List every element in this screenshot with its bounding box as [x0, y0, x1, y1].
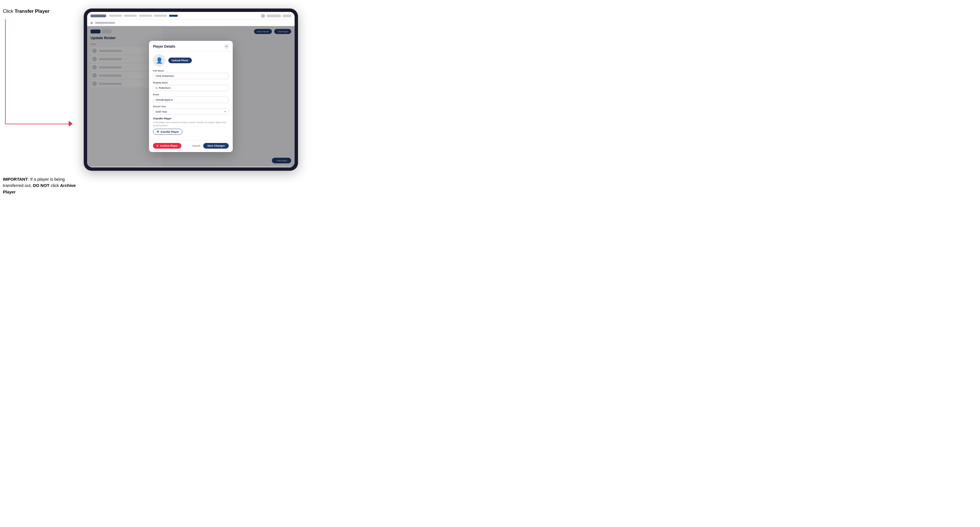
- save-changes-button[interactable]: Save Changes: [203, 143, 229, 149]
- school-year-select[interactable]: First Year Second Year Third Year Fourth…: [153, 109, 229, 115]
- topbar-avatar: [261, 14, 265, 18]
- school-year-group: School Year First Year Second Year Third…: [153, 105, 229, 115]
- transfer-player-button[interactable]: ⟳ Transfer Player: [153, 129, 183, 135]
- modal-body: 👤 Upload Photo Full Name Display Name: [149, 51, 233, 140]
- content-area: Update Roster Team: [87, 26, 294, 167]
- click-bold: Transfer Player: [15, 8, 50, 14]
- tablet-device: Update Roster Team: [84, 8, 298, 171]
- topbar-button1[interactable]: [267, 14, 281, 17]
- display-name-input[interactable]: [153, 85, 229, 91]
- archive-icon: ⊘: [156, 144, 159, 147]
- important-label: IMPORTANT: [3, 177, 28, 181]
- modal-overlay: Player Details × 👤 Upload Photo: [87, 26, 294, 167]
- do-not-text: click: [49, 183, 60, 188]
- nav-item-skillplus[interactable]: [154, 15, 167, 17]
- cancel-button[interactable]: Cancel: [189, 143, 202, 149]
- modal-header: Player Details ×: [149, 41, 233, 51]
- school-year-label: School Year: [153, 105, 229, 108]
- nav-item-schedule[interactable]: [139, 15, 152, 17]
- avatar-placeholder: 👤: [153, 54, 165, 67]
- modal-footer: ⊘ Archive Player Cancel Save Changes: [149, 140, 233, 152]
- do-not-bold: DO NOT: [33, 183, 49, 188]
- upload-photo-button[interactable]: Upload Photo: [168, 57, 192, 63]
- sub-nav-icon: [91, 22, 93, 24]
- sub-nav: [87, 20, 294, 26]
- avatar-section: 👤 Upload Photo: [153, 54, 229, 67]
- archive-player-button[interactable]: ⊘ Archive Player: [153, 143, 181, 149]
- email-group: Email: [153, 93, 229, 103]
- instruction-area: Click Transfer Player: [3, 8, 82, 17]
- app-logo: [91, 14, 106, 17]
- email-label: Email: [153, 93, 229, 96]
- transfer-icon: ⟳: [157, 130, 159, 133]
- click-prefix: Click: [3, 8, 15, 14]
- nav-item-more[interactable]: [169, 15, 178, 17]
- topbar-right: [261, 14, 291, 18]
- instruction-click-text: Click Transfer Player: [3, 8, 82, 14]
- modal-close-button[interactable]: ×: [224, 44, 229, 49]
- archive-label: Archive Player: [160, 144, 178, 147]
- display-name-label: Display Name: [153, 81, 229, 84]
- transfer-section: Transfer Player If this player has moved…: [153, 117, 229, 135]
- email-input[interactable]: [153, 97, 229, 103]
- full-name-group: Full Name: [153, 70, 229, 79]
- arrow-vertical: [5, 19, 6, 124]
- full-name-input[interactable]: [153, 73, 229, 79]
- arrow-head: [69, 121, 73, 127]
- transfer-description: If this player has moved to another scho…: [153, 121, 229, 127]
- footer-right: Cancel Save Changes: [189, 143, 229, 149]
- important-text: IMPORTANT: If a player is being transfer…: [3, 176, 78, 195]
- modal-title: Player Details: [153, 44, 175, 49]
- nav-item-clubhouse[interactable]: [109, 15, 122, 17]
- transfer-button-label: Transfer Player: [161, 130, 179, 133]
- person-icon: 👤: [156, 57, 163, 64]
- arrow-annotation: [5, 19, 72, 130]
- topbar-button2[interactable]: [283, 14, 291, 17]
- nav-items: [109, 15, 261, 17]
- arrow-horizontal: [5, 124, 71, 124]
- app-topbar: [87, 12, 294, 20]
- nav-item-teams[interactable]: [124, 15, 137, 17]
- full-name-label: Full Name: [153, 70, 229, 72]
- sub-nav-breadcrumb: [95, 22, 115, 24]
- player-details-modal: Player Details × 👤 Upload Photo: [149, 41, 233, 152]
- display-name-group: Display Name: [153, 81, 229, 91]
- transfer-section-title: Transfer Player: [153, 117, 229, 120]
- tablet-screen: Update Roster Team: [87, 12, 294, 167]
